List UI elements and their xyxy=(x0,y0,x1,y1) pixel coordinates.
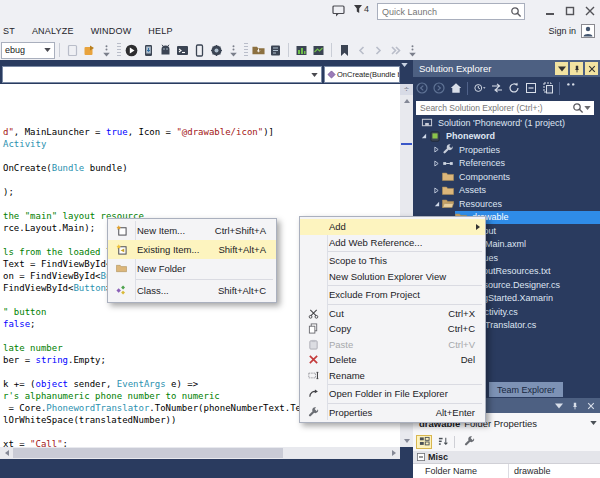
sign-in-link[interactable]: Sign in xyxy=(548,26,576,36)
profiler-time-icon[interactable] xyxy=(311,43,326,58)
quick-launch-input[interactable] xyxy=(378,7,510,17)
menu-item-new-folder[interactable]: New Folder xyxy=(108,259,276,278)
quick-launch-box[interactable] xyxy=(377,3,525,20)
menu-item-cut[interactable]: CutCtrl+X xyxy=(300,306,485,322)
device-log-icon[interactable] xyxy=(268,43,283,58)
window-position-menu-button[interactable] xyxy=(555,62,568,75)
console-icon[interactable] xyxy=(175,43,190,58)
back-icon[interactable] xyxy=(414,81,429,96)
show-all-files-icon[interactable] xyxy=(540,81,555,96)
close-icon[interactable] xyxy=(584,399,598,412)
category-header-misc[interactable]: Misc xyxy=(413,451,600,463)
menu-item-new-item[interactable]: New Item...Ctrl+Shift+A xyxy=(108,221,276,240)
attach-doc-icon[interactable] xyxy=(65,43,80,58)
horizontal-scroll-thumb[interactable] xyxy=(13,448,283,458)
home-icon[interactable] xyxy=(448,81,463,96)
pin-icon[interactable] xyxy=(570,62,583,75)
import-folder-icon[interactable] xyxy=(251,43,266,58)
overflow-caret-icon[interactable] xyxy=(226,43,241,58)
expand-arrow-icon[interactable] xyxy=(421,132,429,140)
expand-arrow-icon[interactable] xyxy=(434,146,442,154)
alphabetical-sort-button[interactable] xyxy=(435,435,451,449)
solution-explorer-titlebar[interactable]: Solution Explorer xyxy=(413,60,600,77)
device-icon[interactable] xyxy=(192,43,207,58)
menu-item-existing-item[interactable]: Existing Item...Shift+Alt+A xyxy=(108,240,276,259)
search-icon[interactable] xyxy=(510,6,522,18)
menu-item-copy[interactable]: CopyCtrl+C xyxy=(300,321,485,337)
collapse-icon[interactable] xyxy=(413,453,425,461)
expand-arrow-icon[interactable] xyxy=(434,200,442,208)
pin-icon[interactable] xyxy=(568,399,582,412)
toolbar-grip[interactable] xyxy=(244,43,248,57)
attach-process-icon[interactable] xyxy=(82,43,97,58)
search-icon[interactable] xyxy=(572,102,584,114)
menu-item-delete[interactable]: DeleteDel xyxy=(300,352,485,368)
solution-search-input[interactable] xyxy=(416,102,572,114)
menu-item-properties[interactable]: PropertiesAlt+Enter xyxy=(300,405,485,421)
minimize-button[interactable] xyxy=(542,4,558,18)
menubar-item-help[interactable]: HELP xyxy=(148,26,172,36)
bookmark-icon[interactable] xyxy=(337,43,352,58)
collapse-all-icon[interactable] xyxy=(523,81,538,96)
overflow-icon[interactable] xyxy=(564,81,579,96)
tree-item-properties[interactable]: Properties xyxy=(413,143,600,157)
expand-arrow-icon[interactable] xyxy=(434,159,442,167)
user-avatar-icon[interactable] xyxy=(581,24,595,38)
expand-arrow-icon[interactable] xyxy=(434,186,442,194)
scroll-up-button[interactable] xyxy=(400,95,413,107)
overflow-caret-icon[interactable] xyxy=(405,43,420,58)
menu-item-exclude-from-project[interactable]: Exclude From Project xyxy=(300,287,485,303)
menu-item-add-web-reference[interactable]: Add Web Reference... xyxy=(300,235,485,251)
chevron-down-icon[interactable] xyxy=(584,106,591,110)
tree-item-assets[interactable]: Assets xyxy=(413,184,600,198)
types-dropdown[interactable] xyxy=(2,66,322,83)
window-position-menu-button[interactable] xyxy=(552,399,566,412)
menubar-item-st[interactable]: ST xyxy=(3,26,15,36)
deploy-phone-icon[interactable] xyxy=(141,43,156,58)
nav-forward-disabled-icon[interactable] xyxy=(371,43,386,58)
forward-icon[interactable] xyxy=(431,81,446,96)
sync-icon[interactable] xyxy=(489,81,504,96)
tree-item-resources[interactable]: Resources xyxy=(413,197,600,211)
tree-item-solution-phoneword-1-project[interactable]: Solution 'Phoneword' (1 project) xyxy=(413,116,600,130)
categorized-button[interactable] xyxy=(416,435,432,449)
menubar-item-window[interactable]: WINDOW xyxy=(91,26,132,36)
tree-item-components[interactable]: Components xyxy=(413,170,600,184)
notifications-flag[interactable]: 4 xyxy=(353,4,369,14)
solution-search-box[interactable] xyxy=(416,101,594,115)
pending-changes-icon[interactable] xyxy=(472,81,487,96)
scroll-left-button[interactable] xyxy=(0,447,13,459)
scroll-right-button[interactable] xyxy=(387,447,400,459)
emulator-settings-icon[interactable] xyxy=(209,43,224,58)
scroll-down-button[interactable] xyxy=(400,435,413,447)
menu-item-add[interactable]: Add xyxy=(300,219,485,235)
menu-item-new-solution-explorer-view[interactable]: New Solution Explorer View xyxy=(300,269,485,285)
nav-back-disabled-icon[interactable] xyxy=(354,43,369,58)
menu-item-paste[interactable]: PasteCtrl+V xyxy=(300,337,485,353)
overflow-caret-icon[interactable] xyxy=(99,43,114,58)
start-debug-icon[interactable] xyxy=(124,43,139,58)
tab-team-explorer[interactable]: Team Explorer xyxy=(489,382,563,397)
debug-target-combo[interactable]: ebug xyxy=(1,42,55,59)
profiler-frames-icon[interactable] xyxy=(294,43,309,58)
menu-item-rename[interactable]: Rename xyxy=(300,368,485,384)
tree-item-references[interactable]: References xyxy=(413,157,600,171)
refresh-icon[interactable] xyxy=(506,81,521,96)
split-editor-handle[interactable]: ÷ xyxy=(400,84,413,95)
close-icon[interactable] xyxy=(585,62,598,75)
close-button[interactable] xyxy=(582,4,598,18)
menubar-item-analyze[interactable]: ANALYZE xyxy=(32,26,74,36)
menu-item-class[interactable]: Class...Shift+Alt+C xyxy=(108,281,276,300)
android-manager-icon[interactable] xyxy=(158,43,173,58)
property-pages-button[interactable] xyxy=(461,435,477,449)
toolbar-grip[interactable] xyxy=(117,43,121,57)
editor-tab-caret-icon[interactable] xyxy=(401,63,408,67)
members-dropdown[interactable]: OnCreate(Bundle bundle) xyxy=(324,66,400,83)
horizontal-scrollbar[interactable] xyxy=(0,447,400,459)
menu-item-open-folder-in-file-explorer[interactable]: Open Folder in File Explorer xyxy=(300,386,485,402)
feedback-icon[interactable] xyxy=(332,5,345,17)
maximize-button[interactable] xyxy=(562,4,578,18)
tree-item-phoneword[interactable]: Phoneword xyxy=(413,130,600,144)
menu-item-scope-to-this[interactable]: Scope to This xyxy=(300,253,485,269)
property-value[interactable]: drawable xyxy=(509,464,600,478)
